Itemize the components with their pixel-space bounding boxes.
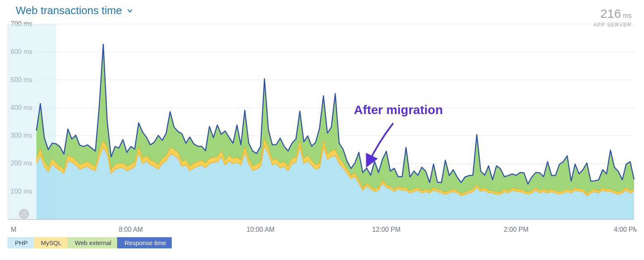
stat-unit: ms xyxy=(623,12,632,19)
svg-text:2:00 PM: 2:00 PM xyxy=(504,226,529,233)
svg-text:12:00 PM: 12:00 PM xyxy=(372,226,400,233)
chart-title: Web transactions time xyxy=(16,4,122,17)
legend-label: PHP xyxy=(15,239,28,246)
legend: PHP MySQL Web external Response time xyxy=(7,237,172,248)
legend-label: MySQL xyxy=(41,239,62,246)
svg-text:M: M xyxy=(11,226,16,233)
stat-value: 216 xyxy=(601,7,621,20)
chart-title-dropdown[interactable]: Web transactions time xyxy=(16,4,133,17)
legend-item-web-external[interactable]: Web external xyxy=(67,237,117,248)
svg-text:8:00 AM: 8:00 AM xyxy=(119,226,143,233)
legend-item-response-time[interactable]: Response time xyxy=(117,237,172,248)
legend-item-php[interactable]: PHP xyxy=(7,237,34,248)
legend-item-mysql[interactable]: MySQL xyxy=(34,237,67,248)
legend-label: Web external xyxy=(75,239,111,246)
svg-text:10:00 AM: 10:00 AM xyxy=(247,226,275,233)
scrubber-handle[interactable] xyxy=(19,209,29,219)
svg-text:4:00 PM: 4:00 PM xyxy=(614,226,637,233)
legend-label: Response time xyxy=(125,239,166,246)
area-chart[interactable]: 100 ms200 ms300 ms400 ms500 ms600 ms700 … xyxy=(7,19,637,236)
chevron-down-icon xyxy=(127,8,133,14)
